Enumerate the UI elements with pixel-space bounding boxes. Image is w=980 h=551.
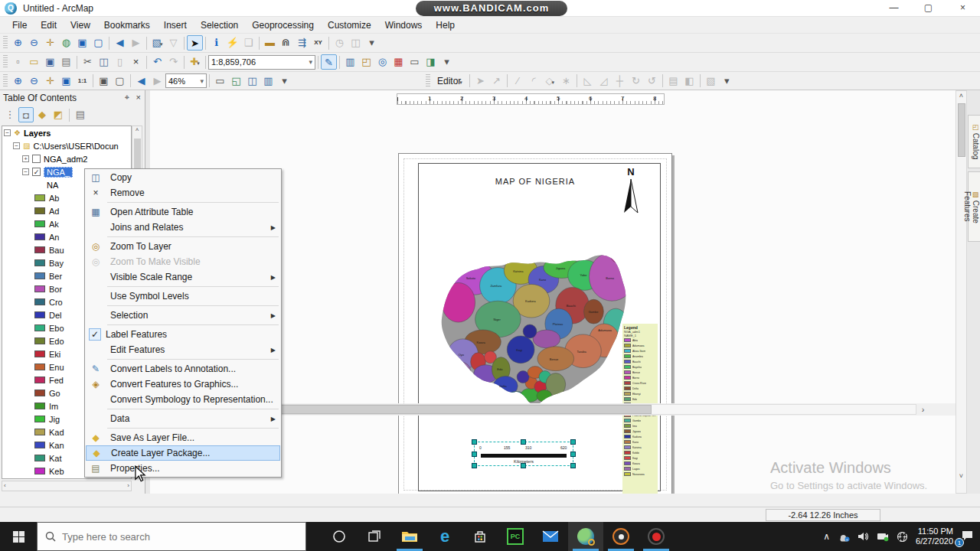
map-horizontal-scrollbar[interactable]: [220, 404, 916, 415]
menu-item-joins-and-relates[interactable]: Joins and Relates▶: [86, 220, 280, 235]
map-scale-combo[interactable]: 1:8,859,706▾: [208, 55, 315, 70]
search-toggle-icon[interactable]: ◎: [374, 54, 390, 70]
pan-tool-icon[interactable]: ✛: [42, 35, 58, 51]
layout-fixed-zoom-out-icon[interactable]: ▢: [112, 73, 128, 89]
menu-customize[interactable]: Customize: [322, 18, 377, 32]
nigeria-map[interactable]: Sokoto Katsina Zamfara Kano Jigawa Yobe …: [431, 246, 636, 408]
selection-handle[interactable]: [472, 452, 477, 457]
menu-item-remove[interactable]: ×Remove: [86, 185, 280, 201]
change-layout-icon[interactable]: ◫: [244, 73, 260, 89]
layout-zoom-in-icon[interactable]: ⊕: [10, 73, 26, 89]
add-data-icon[interactable]: ✚▾: [187, 54, 203, 70]
dropdown-arrow-icon[interactable]: ▾: [309, 58, 312, 66]
menu-view[interactable]: View: [64, 18, 96, 32]
menu-bookmarks[interactable]: Bookmarks: [98, 18, 156, 32]
zoom-whole-page-icon[interactable]: ▣: [58, 73, 74, 89]
network-globe-icon[interactable]: [897, 531, 908, 543]
menu-item-create-layer-package[interactable]: ◆Create Layer Package...: [86, 445, 280, 461]
toolbar-overflow-icon[interactable]: ▾: [439, 54, 455, 70]
scale-bar-selected[interactable]: 0 155 310 620 Kilometers: [474, 442, 573, 466]
menu-file[interactable]: File: [6, 18, 33, 32]
menu-item-label-features[interactable]: ✓Label Features: [86, 327, 280, 342]
selection-handle[interactable]: [570, 452, 576, 457]
focus-data-frame-icon[interactable]: ◱: [228, 73, 244, 89]
delete-icon[interactable]: ×: [128, 54, 144, 70]
maximize-button[interactable]: ▢: [911, 0, 946, 17]
cut-icon[interactable]: ✂: [80, 54, 96, 70]
save-map-icon[interactable]: ▣: [42, 54, 58, 70]
zoom-out-icon[interactable]: ⊖: [26, 35, 42, 51]
tab-catalog[interactable]: ◰ Catalog: [968, 115, 980, 168]
list-by-drawing-order-icon[interactable]: ⋮: [2, 107, 18, 122]
menu-item-zoom-to-layer[interactable]: ◎Zoom To Layer: [86, 239, 280, 254]
scroll-down-icon[interactable]: ˅: [956, 471, 966, 482]
toolbar-overflow-icon[interactable]: ▾: [276, 73, 292, 89]
toc-layer-nga-adm2[interactable]: + NGA_adm2: [2, 152, 131, 165]
full-extent-icon[interactable]: ◍: [58, 35, 74, 51]
menu-item-data[interactable]: Data▶: [86, 411, 280, 426]
toc-root-layers[interactable]: − ❖ Layers: [2, 126, 131, 139]
selected-layer-label[interactable]: NGA_: [44, 167, 73, 178]
catalog-toggle-icon[interactable]: ◰: [358, 54, 374, 70]
zoom-in-icon[interactable]: ⊕: [10, 35, 26, 51]
find-route-icon[interactable]: ⇶: [294, 35, 310, 51]
layout-zoom-out-icon[interactable]: ⊖: [26, 73, 42, 89]
toolbar-grip[interactable]: [426, 74, 430, 88]
microsoft-store-button[interactable]: [462, 522, 498, 551]
identify-icon[interactable]: ℹ: [208, 35, 224, 51]
menu-item-convert-features-to-graphics[interactable]: ◈Convert Features to Graphics...: [86, 377, 280, 392]
visibility-checkbox-unchecked[interactable]: [32, 155, 41, 163]
toolbar-overflow-icon[interactable]: ▾: [719, 73, 735, 89]
select-features-icon[interactable]: ▧▾: [149, 35, 165, 51]
toolbar-grip[interactable]: [3, 36, 8, 50]
menu-insert[interactable]: Insert: [158, 18, 193, 32]
menu-item-zoom-to-make-visible[interactable]: ◎Zoom To Make Visible: [86, 254, 280, 269]
selection-handle[interactable]: [570, 439, 576, 445]
layout-fixed-zoom-in-icon[interactable]: ▣: [96, 73, 112, 89]
menu-help[interactable]: Help: [430, 18, 461, 32]
menu-item-save-as-layer-file[interactable]: ◆Save As Layer File...: [86, 430, 280, 445]
bandicam-button[interactable]: [603, 522, 639, 551]
list-by-visibility-icon[interactable]: ◆: [34, 107, 50, 122]
editor-menu[interactable]: Editor▾: [433, 74, 467, 88]
toc-group-folder[interactable]: − ▨ C:\Users\USER\Docun: [2, 139, 131, 152]
minimize-button[interactable]: —: [877, 0, 911, 17]
expand-icon[interactable]: +: [22, 155, 29, 162]
toc-horizontal-scrollbar[interactable]: ‹ ›: [2, 481, 132, 491]
dropdown-arrow-icon[interactable]: ▾: [200, 77, 204, 85]
selection-handle[interactable]: [472, 463, 477, 468]
go-back-extent-icon[interactable]: ◀: [112, 35, 128, 51]
menu-item-visible-scale-range[interactable]: Visible Scale Range▶: [86, 269, 280, 285]
start-button[interactable]: [0, 522, 37, 551]
notification-center-button[interactable]: 1: [961, 530, 974, 544]
taskbar-clock[interactable]: 11:50 PM 6/27/2020: [916, 527, 953, 546]
selection-handle[interactable]: [521, 439, 526, 445]
hidden-icons-chevron[interactable]: ∧: [823, 531, 830, 542]
bandicam-tray-icon[interactable]: [877, 531, 889, 542]
north-arrow[interactable]: N: [619, 166, 642, 220]
collapse-icon[interactable]: −: [4, 129, 11, 136]
menu-geoprocessing[interactable]: Geoprocessing: [246, 18, 320, 32]
scroll-right-icon[interactable]: ›: [916, 404, 929, 416]
toolbar-grip[interactable]: [3, 74, 8, 88]
menu-item-edit-features[interactable]: Edit Features▶: [86, 342, 280, 357]
arcmap-taskbar-button[interactable]: [568, 522, 603, 551]
scroll-right-icon[interactable]: ›: [127, 481, 129, 491]
menu-item-convert-labels-to-annotation[interactable]: ✎Convert Labels to Annotation...: [86, 361, 280, 377]
menu-item-open-attribute-table[interactable]: ▦Open Attribute Table: [86, 204, 280, 220]
menu-selection[interactable]: Selection: [194, 18, 244, 32]
layout-zoom-combo[interactable]: 46%▾: [165, 73, 207, 88]
volume-icon[interactable]: [858, 531, 869, 542]
layout-pan-icon[interactable]: ✛: [42, 73, 58, 89]
pin-icon[interactable]: ⌖: [125, 93, 129, 103]
selection-handle[interactable]: [472, 439, 477, 445]
menu-item-copy[interactable]: ◫Copy: [86, 170, 280, 185]
menu-edit[interactable]: Edit: [34, 18, 63, 32]
find-icon[interactable]: ⋒: [278, 35, 294, 51]
toolbar-overflow-icon[interactable]: ▾: [364, 35, 380, 51]
scroll-up-icon[interactable]: ˄: [132, 126, 142, 133]
collapse-icon[interactable]: −: [13, 142, 20, 149]
select-elements-icon[interactable]: ➤: [187, 35, 203, 51]
arctoolbox-icon[interactable]: ▦: [390, 54, 407, 70]
fixed-zoom-in-icon[interactable]: ▣: [74, 35, 90, 51]
